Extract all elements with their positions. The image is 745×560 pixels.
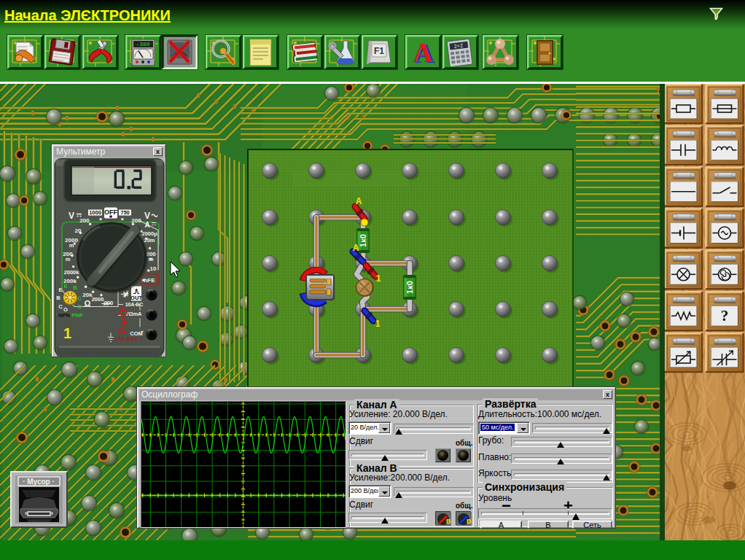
svg-text:200: 200 — [131, 217, 141, 224]
svg-text:1к0: 1к0 — [405, 281, 414, 294]
svg-text:OFF: OFF — [104, 209, 117, 216]
svg-text:E: E — [58, 287, 62, 293]
svg-text:OUT: OUT — [130, 295, 142, 301]
svg-text:VΩmA: VΩmA — [125, 311, 142, 317]
svg-text:Ω: Ω — [85, 299, 91, 308]
svg-text:B: B — [446, 518, 451, 525]
svg-text:· Мусор ·: · Мусор · — [23, 478, 55, 486]
svg-text:E: E — [63, 283, 67, 289]
svg-text:m: m — [66, 256, 71, 262]
svg-text:A: A — [353, 243, 359, 253]
svg-text:V: V — [69, 211, 74, 221]
svg-text:200: 200 — [79, 217, 90, 224]
svg-text:NPN: NPN — [58, 312, 70, 319]
svg-text:10A MAX: 10A MAX — [116, 336, 138, 341]
svg-text:F1: F1 — [374, 46, 384, 56]
svg-text:2+2: 2+2 — [453, 42, 463, 49]
svg-text:PNP: PNP — [71, 312, 82, 319]
svg-text:1: 1 — [376, 273, 381, 284]
svg-text:2000: 2000 — [92, 296, 104, 303]
svg-text:hFE: hFE — [144, 277, 155, 284]
svg-text:1к0: 1к0 — [359, 234, 367, 247]
svg-text:2000k: 2000k — [64, 269, 80, 276]
svg-text:O: O — [77, 303, 82, 310]
svg-text:1: 1 — [375, 319, 381, 329]
svg-text:B: B — [56, 295, 61, 301]
svg-text:A: A — [356, 196, 362, 206]
svg-text:B: B — [73, 284, 77, 291]
svg-text:A: A — [413, 37, 433, 66]
svg-text:200: 200 — [104, 300, 114, 306]
svg-text:A: A — [144, 221, 149, 229]
svg-text:1000: 1000 — [89, 209, 101, 216]
svg-text:10: 10 — [150, 265, 157, 272]
svg-text:C: C — [58, 303, 63, 310]
svg-text:V: V — [144, 211, 150, 221]
svg-text:-380: -380 — [136, 41, 149, 47]
svg-text:10A DC: 10A DC — [125, 302, 144, 307]
svg-text:1: 1 — [63, 325, 71, 341]
svg-text:750: 750 — [120, 209, 130, 216]
svg-text:m: m — [69, 242, 74, 249]
svg-text:C: C — [77, 295, 82, 302]
svg-text:2000µ: 2000µ — [141, 230, 157, 237]
svg-text:?: ? — [721, 307, 729, 324]
svg-text:B: B — [467, 518, 472, 525]
